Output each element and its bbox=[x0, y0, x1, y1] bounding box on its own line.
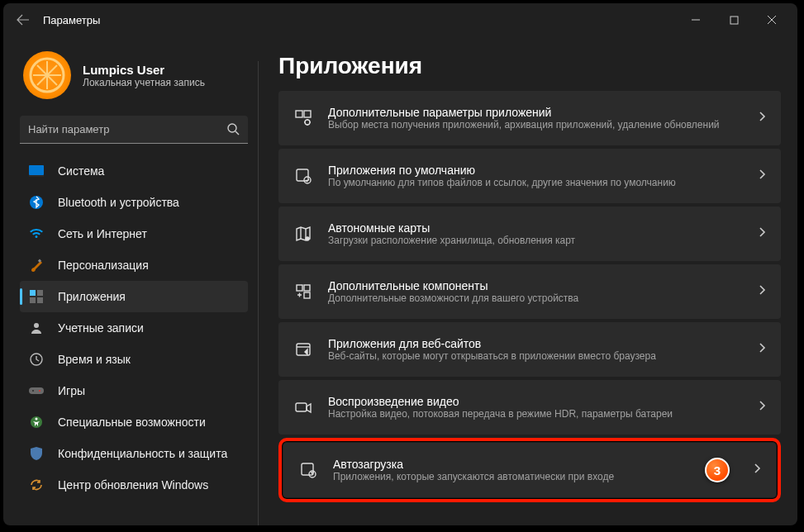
avatar bbox=[23, 51, 71, 99]
card-title: Автономные карты bbox=[328, 221, 743, 235]
card-subtitle: Настройка видео, потоковая передача в ре… bbox=[328, 408, 743, 420]
sidebar-nav: Система Bluetooth и устройства Сеть и Ин… bbox=[20, 155, 248, 501]
sidebar-item-label: Центр обновления Windows bbox=[58, 478, 208, 492]
svg-rect-14 bbox=[37, 297, 43, 303]
sidebar-item-gaming[interactable]: Игры bbox=[20, 375, 248, 406]
back-button[interactable] bbox=[10, 7, 36, 33]
card-subtitle: Приложения, которые запускаются автомати… bbox=[333, 471, 738, 482]
sidebar-item-accessibility[interactable]: Специальные возможности bbox=[20, 406, 248, 438]
svg-rect-7 bbox=[29, 165, 44, 175]
chevron-right-icon bbox=[758, 226, 766, 241]
sidebar-item-system[interactable]: Система bbox=[20, 155, 248, 187]
card-subtitle: Загрузки расположение хранилища, обновле… bbox=[328, 235, 743, 246]
chevron-right-icon bbox=[758, 342, 766, 357]
sidebar-item-label: Персонализация bbox=[58, 259, 149, 272]
shield-icon bbox=[28, 445, 45, 462]
svg-rect-32 bbox=[296, 403, 307, 411]
search-input[interactable] bbox=[20, 116, 248, 144]
svg-rect-23 bbox=[304, 111, 311, 117]
chevron-right-icon bbox=[758, 400, 766, 415]
features-icon bbox=[293, 282, 313, 302]
step-badge: 3 bbox=[705, 458, 730, 482]
card-subtitle: По умолчанию для типов файлов и ссылок, … bbox=[328, 177, 743, 188]
svg-rect-11 bbox=[30, 290, 36, 296]
settings-window: Параметры Lumpics User Локальная учетная… bbox=[3, 3, 797, 525]
video-icon bbox=[293, 397, 313, 417]
sidebar-item-label: Сеть и Интернет bbox=[58, 227, 147, 240]
sidebar-item-personalization[interactable]: Персонализация bbox=[20, 249, 248, 281]
svg-point-27 bbox=[306, 237, 309, 240]
website-app-icon bbox=[293, 340, 313, 359]
clock-icon bbox=[28, 351, 45, 368]
sidebar: Lumpics User Локальная учетная запись Си… bbox=[3, 36, 258, 525]
chevron-right-icon bbox=[758, 169, 766, 183]
update-icon bbox=[28, 477, 45, 493]
svg-point-6 bbox=[228, 124, 236, 132]
sidebar-item-label: Время и язык bbox=[58, 353, 131, 366]
map-icon bbox=[293, 224, 313, 244]
search-icon bbox=[226, 122, 240, 139]
card-video-playback[interactable]: Воспроизведение видео Настройка видео, п… bbox=[278, 380, 781, 435]
sidebar-item-apps[interactable]: Приложения bbox=[20, 281, 248, 312]
maximize-button[interactable] bbox=[715, 7, 753, 33]
sidebar-item-time-language[interactable]: Время и язык bbox=[20, 344, 248, 375]
window-title: Параметры bbox=[43, 14, 100, 26]
svg-rect-8 bbox=[29, 175, 44, 177]
sidebar-item-network[interactable]: Сеть и Интернет bbox=[20, 218, 248, 249]
svg-rect-33 bbox=[302, 463, 313, 475]
chevron-right-icon bbox=[758, 111, 766, 126]
svg-point-24 bbox=[305, 120, 310, 125]
card-default-apps[interactable]: Приложения по умолчанию По умолчанию для… bbox=[278, 149, 781, 203]
sidebar-item-privacy[interactable]: Конфиденциальность и защита bbox=[20, 438, 248, 469]
svg-rect-13 bbox=[30, 297, 36, 303]
window-controls bbox=[677, 7, 791, 33]
card-optional-features[interactable]: Дополнительные компоненты Дополнительные… bbox=[278, 264, 781, 319]
svg-rect-0 bbox=[730, 17, 738, 24]
card-offline-maps[interactable]: Автономные карты Загрузки расположение х… bbox=[278, 207, 781, 261]
display-icon bbox=[28, 163, 45, 179]
card-title: Автозагрузка bbox=[333, 458, 738, 471]
wifi-icon bbox=[28, 226, 45, 242]
card-title: Дополнительные компоненты bbox=[328, 279, 743, 292]
chevron-right-icon bbox=[758, 284, 766, 299]
sidebar-item-label: Bluetooth и устройства bbox=[58, 196, 179, 209]
svg-rect-30 bbox=[304, 285, 310, 291]
close-button[interactable] bbox=[753, 7, 791, 33]
svg-point-21 bbox=[36, 418, 38, 420]
card-advanced-app-settings[interactable]: Дополнительные параметры приложений Выбо… bbox=[278, 91, 781, 145]
sidebar-item-label: Специальные возможности bbox=[58, 416, 206, 429]
apps-icon bbox=[28, 288, 45, 305]
sidebar-item-accounts[interactable]: Учетные записи bbox=[20, 312, 248, 344]
gamepad-icon bbox=[28, 382, 45, 399]
app-settings-icon bbox=[293, 108, 313, 128]
user-name: Lumpics User bbox=[83, 63, 205, 77]
card-apps-for-websites[interactable]: Приложения для веб-сайтов Веб-сайты, кот… bbox=[278, 322, 781, 377]
svg-rect-22 bbox=[296, 111, 302, 117]
sidebar-item-bluetooth[interactable]: Bluetooth и устройства bbox=[20, 187, 248, 218]
chevron-right-icon bbox=[753, 463, 761, 477]
card-subtitle: Веб-сайты, которые могут открываться в п… bbox=[328, 350, 743, 362]
main-content: Приложения Дополнительные параметры прил… bbox=[259, 36, 797, 525]
user-block[interactable]: Lumpics User Локальная учетная запись bbox=[20, 36, 248, 116]
accessibility-icon bbox=[28, 414, 45, 430]
card-title: Воспроизведение видео bbox=[328, 395, 743, 408]
svg-rect-29 bbox=[304, 292, 310, 298]
svg-rect-17 bbox=[29, 387, 44, 394]
card-title: Приложения по умолчанию bbox=[328, 164, 743, 177]
minimize-button[interactable] bbox=[677, 7, 715, 33]
card-startup[interactable]: Автозагрузка Приложения, которые запуска… bbox=[283, 443, 776, 497]
svg-rect-28 bbox=[297, 285, 302, 291]
card-subtitle: Дополнительные возможности для вашего ус… bbox=[328, 292, 743, 304]
svg-point-19 bbox=[39, 390, 40, 392]
sidebar-item-label: Конфиденциальность и защита bbox=[58, 447, 227, 460]
card-title: Дополнительные параметры приложений bbox=[328, 106, 743, 119]
startup-icon bbox=[298, 460, 318, 480]
card-title: Приложения для веб-сайтов bbox=[328, 337, 743, 350]
person-icon bbox=[28, 320, 45, 336]
paintbrush-icon bbox=[28, 257, 45, 273]
page-title: Приложения bbox=[278, 53, 781, 79]
search-box bbox=[20, 116, 248, 144]
svg-point-15 bbox=[34, 323, 39, 328]
sidebar-item-windows-update[interactable]: Центр обновления Windows bbox=[20, 469, 248, 501]
sidebar-item-label: Система bbox=[58, 164, 104, 178]
